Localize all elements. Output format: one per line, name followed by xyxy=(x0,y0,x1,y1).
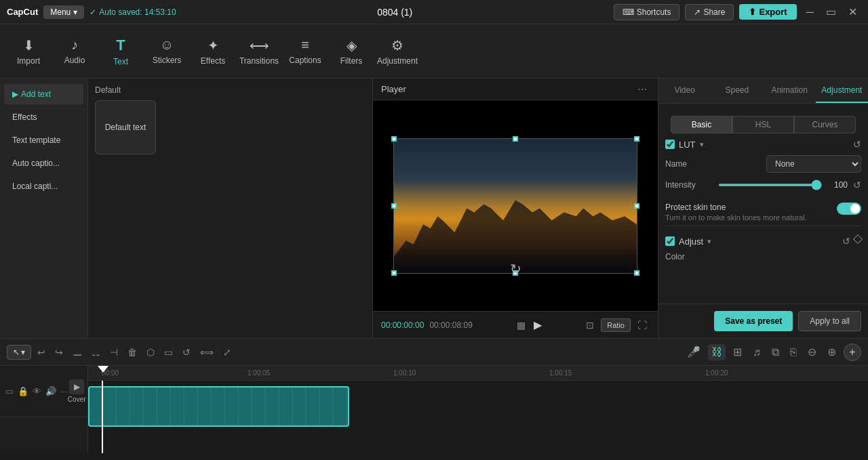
shortcuts-button[interactable]: ⌨ Shortcuts xyxy=(614,4,680,20)
tool-filters[interactable]: ◈ Filters xyxy=(330,28,373,75)
match-cut-button[interactable]: ⧉ xyxy=(768,344,783,360)
track-audio-button[interactable]: 🔊 xyxy=(45,386,56,396)
tab-video[interactable]: Video xyxy=(658,79,711,103)
timeline-area: ↖ ▾ ↩ ↪ ⚊ ⚋ ⊣ 🗑 ⬡ ▭ ↺ ⟺ ⤢ 🎤 ⛓ ⊞ ♬ ⧉ ⎘ ⊖ … xyxy=(0,338,868,460)
player-menu-button[interactable]: ⋯ xyxy=(635,83,650,96)
intensity-slider[interactable] xyxy=(718,184,822,186)
tool-adjustment[interactable]: ⚙ Adjustment xyxy=(376,28,419,75)
handle-ml[interactable] xyxy=(391,203,397,209)
main-content: ▶ Add text Effects Text template Auto ca… xyxy=(0,79,868,338)
sidebar-item-text-template[interactable]: Text template xyxy=(4,130,83,150)
handle-mt[interactable] xyxy=(513,136,518,142)
sidebar-item-auto-caption[interactable]: Auto captio... xyxy=(4,153,83,173)
autosave-status: ✓ Auto saved: 14:53:10 xyxy=(90,7,176,17)
rotate-handle[interactable]: ↻ xyxy=(510,261,521,277)
handle-br[interactable] xyxy=(634,270,639,276)
crop-tool-button[interactable]: ▭ xyxy=(161,345,176,360)
zoom-in-button[interactable]: ⊕ xyxy=(824,343,840,360)
track-control-row: ▭ 🔒 👁 🔊 ··· ▶ Cover xyxy=(0,366,87,417)
lut-checkbox[interactable] xyxy=(665,140,675,149)
time-marker-4: 1:00:20 xyxy=(705,369,728,377)
audio-sync-button[interactable]: ♬ xyxy=(749,344,764,360)
handle-tr[interactable] xyxy=(634,136,639,142)
tool-transitions[interactable]: ⟷ Transitions xyxy=(237,28,281,75)
mirror-button[interactable]: ⟺ xyxy=(197,345,217,360)
export-button[interactable]: ⬆ Export xyxy=(739,4,796,20)
adjust-reset-button[interactable]: ↺ xyxy=(842,236,850,247)
protect-skin-subtitle: Turn it on to make skin tones more natur… xyxy=(665,213,807,222)
trim-button[interactable]: ⊣ xyxy=(106,345,121,360)
video-clip[interactable] xyxy=(88,386,349,427)
adjustment-subtabs: Basic HSL Curves xyxy=(665,110,861,139)
share-button[interactable]: ↗ Share xyxy=(685,4,734,20)
ratio-button[interactable]: Ratio xyxy=(601,318,631,332)
timeline-scrollbar[interactable] xyxy=(0,453,868,460)
grid-view-button[interactable]: ▦ xyxy=(514,318,528,332)
sidebar-item-effects[interactable]: Effects xyxy=(4,107,83,127)
undo-button[interactable]: ↩ xyxy=(34,345,49,360)
maximize-button[interactable]: ▭ xyxy=(822,4,840,20)
redo-button[interactable]: ↪ xyxy=(52,345,66,360)
mask-button[interactable]: ⬡ xyxy=(143,345,158,360)
protect-skin-toggle[interactable] xyxy=(837,203,861,215)
crop-button[interactable]: ⊡ xyxy=(583,318,597,332)
add-track-button[interactable]: + xyxy=(844,343,861,361)
select-tool-button[interactable]: ↖ ▾ xyxy=(7,345,31,360)
track-lock-button[interactable]: 🔒 xyxy=(18,386,28,396)
lut-actions: ↺ xyxy=(853,139,861,150)
add-text-button[interactable]: ▶ Add text xyxy=(4,84,83,104)
link-button[interactable]: ⛓ xyxy=(708,344,726,360)
timeline-track-controls: ▭ 🔒 👁 🔊 ··· ▶ Cover xyxy=(0,366,88,453)
snap-button[interactable]: ⊞ xyxy=(730,343,745,360)
tool-stickers[interactable]: ☺ Stickers xyxy=(145,28,189,75)
fullscreen-button[interactable]: ⛶ xyxy=(635,318,650,332)
minimize-button[interactable]: ─ xyxy=(802,4,818,20)
tool-text[interactable]: T Text xyxy=(99,28,142,75)
menu-button[interactable]: Menu ▾ xyxy=(43,5,84,19)
tab-speed[interactable]: Speed xyxy=(711,79,763,103)
track-thumbnail-button[interactable]: ▭ xyxy=(5,386,14,396)
tab-animation[interactable]: Animation xyxy=(764,79,816,103)
lut-reset-button[interactable]: ↺ xyxy=(853,139,861,150)
adjust-checkbox[interactable] xyxy=(665,236,675,246)
tool-audio[interactable]: ♪ Audio xyxy=(53,28,96,75)
close-button[interactable]: ✕ xyxy=(844,4,861,20)
tool-import[interactable]: ⬇ Import xyxy=(7,28,50,75)
tool-captions[interactable]: ≡ Captions xyxy=(283,28,327,75)
handle-tl[interactable] xyxy=(391,136,397,142)
copy-button[interactable]: ⎘ xyxy=(787,344,800,360)
save-preset-button[interactable]: Save as preset xyxy=(714,311,793,331)
subtab-curves[interactable]: Curves xyxy=(794,116,856,133)
subtab-hsl[interactable]: HSL xyxy=(732,116,794,133)
transitions-icon: ⟷ xyxy=(250,37,269,54)
adjust-diamond-icon xyxy=(853,234,863,244)
play-button[interactable]: ▶ xyxy=(534,318,542,331)
intensity-value: 100 xyxy=(827,180,848,190)
rotate-tool-button[interactable]: ↺ xyxy=(179,345,194,360)
handle-bl[interactable] xyxy=(391,270,397,276)
time-marker-3: 1:00:15 xyxy=(549,369,572,377)
track-more-button[interactable]: ··· xyxy=(60,386,68,396)
track-visibility-button[interactable]: 👁 xyxy=(33,386,41,396)
tool-filters-label: Filters xyxy=(340,56,363,66)
mic-button[interactable]: 🎤 xyxy=(684,343,704,360)
tool-adjustment-label: Adjustment xyxy=(377,56,418,66)
apply-all-button[interactable]: Apply to all xyxy=(798,311,861,331)
sidebar-item-local-caption[interactable]: Local capti... xyxy=(4,176,83,196)
transform-button[interactable]: ⤢ xyxy=(220,345,235,360)
intensity-reset-button[interactable]: ↺ xyxy=(853,180,861,190)
menu-label: Menu xyxy=(50,7,71,17)
handle-mr[interactable] xyxy=(634,203,639,209)
lut-name-select[interactable]: None xyxy=(766,155,861,173)
effects-icon: ✦ xyxy=(208,37,219,54)
split-v-button[interactable]: ⚋ xyxy=(88,345,104,360)
protect-skin-row: Protect skin tone Turn it on to make ski… xyxy=(665,198,861,226)
zoom-out-button[interactable]: ⊖ xyxy=(804,343,820,360)
tab-adjustment[interactable]: Adjustment xyxy=(816,79,868,103)
subtab-basic[interactable]: Basic xyxy=(671,116,732,133)
cover-button[interactable]: ▶ Cover xyxy=(68,379,86,403)
split-button[interactable]: ⚊ xyxy=(69,343,85,360)
delete-button[interactable]: 🗑 xyxy=(124,345,140,360)
default-text-card[interactable]: Default text xyxy=(95,100,156,154)
tool-effects[interactable]: ✦ Effects xyxy=(191,28,235,75)
